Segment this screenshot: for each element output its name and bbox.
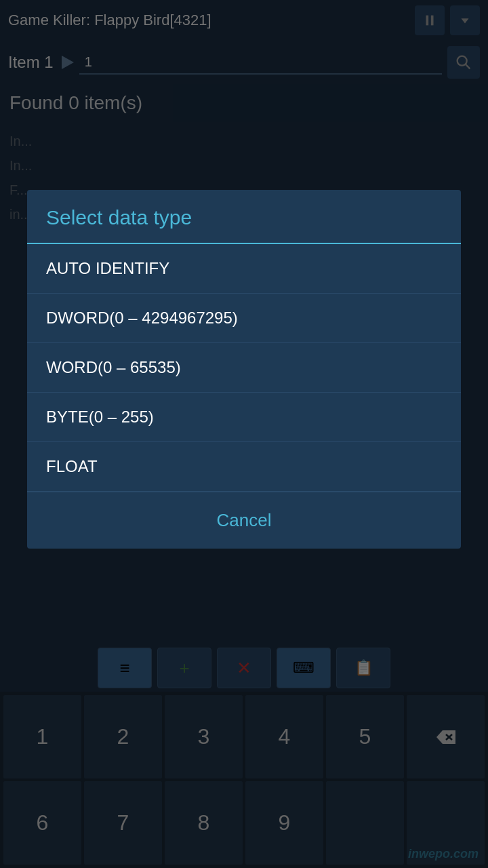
cancel-button[interactable]: Cancel	[195, 505, 293, 536]
dialog: Select data type AUTO IDENTIFY DWORD(0 –…	[27, 190, 461, 549]
modal-overlay: Select data type AUTO IDENTIFY DWORD(0 –…	[0, 0, 488, 868]
dialog-option-word[interactable]: WORD(0 – 65535)	[27, 343, 461, 393]
dialog-option-dword[interactable]: DWORD(0 – 4294967295)	[27, 294, 461, 343]
dialog-option-auto-identify[interactable]: AUTO IDENTIFY	[27, 244, 461, 294]
dialog-option-byte[interactable]: BYTE(0 – 255)	[27, 393, 461, 442]
dialog-cancel-row: Cancel	[27, 492, 461, 549]
dialog-title: Select data type	[27, 190, 461, 244]
dialog-option-float[interactable]: FLOAT	[27, 442, 461, 492]
